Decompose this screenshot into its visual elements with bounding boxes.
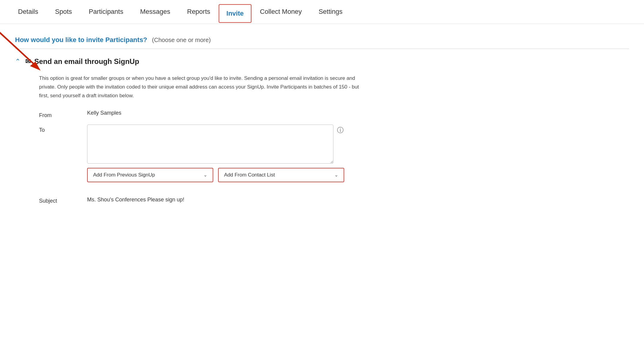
invite-question-text: How would you like to invite Participant… bbox=[15, 36, 147, 44]
subject-row: Subject Ms. Shou's Conferences Please si… bbox=[39, 195, 629, 204]
add-contact-list-label: Add From Contact List bbox=[224, 172, 275, 178]
subject-value: Ms. Shou's Conferences Please sign up! bbox=[87, 197, 184, 203]
info-icon-to[interactable]: ⓘ bbox=[337, 126, 344, 135]
from-row: From Kelly Samples bbox=[39, 110, 629, 119]
section-description: This option is great for smaller groups … bbox=[39, 74, 369, 100]
to-input-area: Add From Previous SignUp ⌄ Add From Cont… bbox=[87, 125, 333, 189]
to-textarea[interactable] bbox=[87, 125, 333, 164]
dropdown-chevron-1: ⌄ bbox=[203, 172, 207, 178]
nav-item-collect-money[interactable]: Collect Money bbox=[251, 0, 310, 24]
add-from-contact-list-dropdown[interactable]: Add From Contact List ⌄ bbox=[218, 168, 344, 182]
from-value: Kelly Samples bbox=[87, 110, 121, 116]
top-navigation: Details Spots Participants Messages Repo… bbox=[0, 0, 644, 24]
nav-item-spots[interactable]: Spots bbox=[47, 0, 80, 24]
main-content: How would you like to invite Participant… bbox=[0, 24, 644, 362]
subject-label: Subject bbox=[39, 195, 87, 204]
form-area: From Kelly Samples To Add From Previous … bbox=[39, 110, 629, 204]
nav-item-invite[interactable]: Invite bbox=[219, 4, 251, 23]
section-divider bbox=[15, 49, 629, 49]
add-previous-signup-label: Add From Previous SignUp bbox=[93, 172, 155, 178]
nav-item-participants[interactable]: Participants bbox=[80, 0, 132, 24]
invite-question-sub: (Choose one or more) bbox=[152, 37, 211, 44]
nav-item-details[interactable]: Details bbox=[10, 0, 47, 24]
dropdown-chevron-2: ⌄ bbox=[334, 172, 338, 178]
add-from-previous-signup-dropdown[interactable]: Add From Previous SignUp ⌄ bbox=[87, 168, 213, 182]
nav-item-messages[interactable]: Messages bbox=[132, 0, 178, 24]
collapse-chevron[interactable]: ⌃ bbox=[15, 58, 20, 65]
section-header: ⌃ ✉ Send an email through SignUp bbox=[15, 57, 629, 66]
section-title: ✉ Send an email through SignUp bbox=[25, 57, 139, 66]
from-label: From bbox=[39, 110, 87, 119]
nav-item-settings[interactable]: Settings bbox=[310, 0, 351, 24]
invite-question-header: How would you like to invite Participant… bbox=[15, 36, 629, 44]
section-title-text: Send an email through SignUp bbox=[34, 57, 139, 66]
red-arrow-annotation bbox=[0, 27, 51, 75]
email-icon: ✉ bbox=[25, 58, 31, 65]
nav-item-reports[interactable]: Reports bbox=[179, 0, 219, 24]
to-label: To bbox=[39, 125, 87, 133]
dropdown-row: Add From Previous SignUp ⌄ Add From Cont… bbox=[87, 168, 333, 182]
to-row: To Add From Previous SignUp ⌄ Add From C… bbox=[39, 125, 629, 189]
